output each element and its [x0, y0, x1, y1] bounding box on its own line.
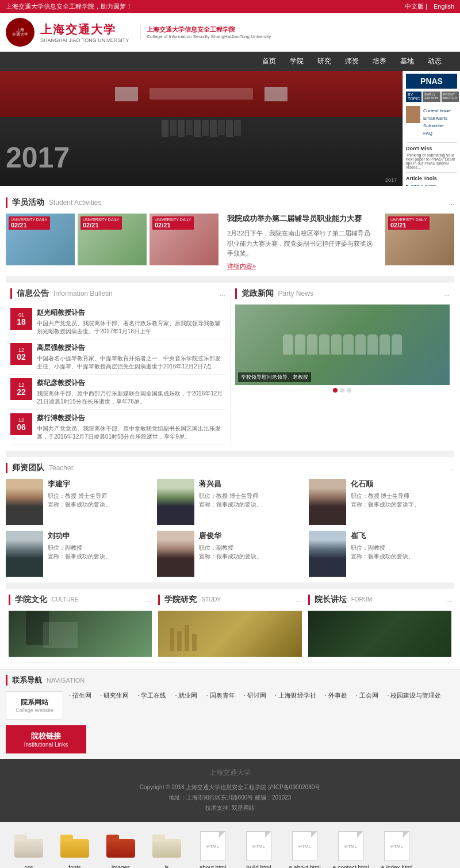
teacher-name-5[interactable]: 唐俊华 [199, 531, 302, 541]
pnas-subscribe[interactable]: Subscribe [423, 122, 457, 130]
student-activities-section: 学员活动 Student Activities ... UNIVERSITY D… [6, 192, 454, 277]
nav-item-teachers[interactable]: 师资 [338, 52, 366, 71]
teacher-photo-5 [157, 531, 194, 577]
teacher-name-2[interactable]: 蒋兴昌 [199, 479, 302, 489]
site-header: 上海交通大学 上海交通大学 SHANGHAI JIAO TONG UNIVERS… [0, 13, 460, 52]
party-group-photo[interactable]: 学校领导慰问老领导、老教授 [235, 304, 450, 385]
party-news-more[interactable]: ... [444, 290, 450, 297]
nav-item-research[interactable]: 研究 [310, 52, 338, 71]
teacher-name-4[interactable]: 刘功申 [48, 531, 151, 541]
forum-image[interactable] [308, 611, 451, 657]
teacher-card-1: 李建宇 职位：教授 博士生导师 宣称：很事成功的要诀。 [6, 479, 151, 525]
activity-img-2[interactable]: UNIVERSITY DAILY 02/21 [78, 214, 147, 265]
pnas-tab-early[interactable]: EARLY EDITION [423, 92, 440, 102]
nav-item-training[interactable]: 培养 [366, 52, 393, 71]
lang-en[interactable]: English [434, 3, 454, 10]
file-e-index[interactable]: HTML e-index.html [377, 831, 417, 868]
nav-link-grad[interactable]: · 研究生网 [100, 691, 129, 700]
nav-item-home[interactable]: 首页 [255, 52, 283, 71]
news-date-2: 12 02 [10, 343, 32, 365]
site-footer: 上海交通大学 Copyright © 2018 上海交通大学信息安全工程学院 沪… [0, 759, 460, 822]
nav-link-foreign[interactable]: · 外事处 [325, 691, 347, 700]
nav-item-base[interactable]: 基地 [393, 52, 421, 71]
folder-images[interactable]: images [101, 831, 141, 868]
info-bulletin-more[interactable]: ... [220, 290, 225, 297]
student-activities-header: 学员活动 Student Activities ... [6, 197, 454, 208]
lang-switcher[interactable]: 中文版 | English [400, 2, 454, 11]
pnas-faq[interactable]: FAQ [423, 130, 457, 137]
pnas-tabs: BY TOPIC EARLY EDITION FRONT MATTER [406, 92, 457, 102]
divider-2 [6, 451, 454, 457]
study-more[interactable]: ... [296, 596, 301, 603]
party-news-header: 党政新闻 Party News ... [235, 288, 450, 299]
culture-header: 学院文化 CULTURE ... [9, 595, 152, 605]
info-two-col: 信息公告 Information Bulletin ... 01 18 赵光昭教… [6, 283, 454, 451]
teacher-grid: 李建宇 职位：教授 博士生导师 宣称：很事成功的要诀。 蒋兴昌 职位：教授 博士… [6, 479, 454, 577]
nav-link-finance[interactable]: · 上海财经学社 [275, 691, 316, 700]
university-name: 上海交通大学 SHANGHAI JIAO TONG UNIVERSITY [40, 22, 129, 43]
pnas-current-issue[interactable]: Current Issue [423, 107, 457, 115]
nav-link-student[interactable]: · 学工在线 [137, 691, 166, 700]
activity-img-1[interactable]: UNIVERSITY DAILY 02/21 [6, 214, 75, 265]
forum-header: 院长讲坛 FORUM ... [308, 595, 451, 605]
pnas-tab-front[interactable]: FRONT MATTER [442, 92, 459, 102]
teacher-card-3: 化石顺 职位：教授 博士生导师 宣称：很事成功的要诀字。 [309, 479, 454, 525]
nav-item-college[interactable]: 学院 [283, 52, 310, 71]
file-e-contact[interactable]: HTML e-contact.html [331, 831, 371, 868]
teachers-more[interactable]: ... [449, 465, 454, 471]
forum-more[interactable]: ... [446, 596, 451, 603]
party-dot-2[interactable] [340, 388, 344, 393]
university-name-cn: 上海交通大学 [40, 22, 129, 37]
file-build[interactable]: HTML build.html [239, 831, 279, 868]
teacher-name-6[interactable]: 崔飞 [351, 531, 454, 541]
main-activity-more-link[interactable]: 详细内容» [227, 262, 377, 271]
teacher-desc-5: 宣称：很事成功的要诀。 [199, 552, 302, 561]
study-en: STUDY [201, 596, 221, 603]
teacher-info-4: 刘功申 职位：副教授 宣称：很事成功的要诀。 [48, 531, 151, 561]
news-title-2[interactable]: 高层强教授讣告 [37, 343, 225, 353]
folder-fonts[interactable]: fonts [55, 831, 95, 868]
pnas-tab-by-topic[interactable]: BY TOPIC [406, 92, 421, 102]
culture-image[interactable] [9, 611, 152, 657]
nav-link-jobs[interactable]: · 就业网 [175, 691, 197, 700]
teacher-info-1: 李建宇 职位：教授 博士生导师 宣称：很事成功的要诀。 [48, 479, 151, 509]
pnas-article-alerts[interactable]: ▶ Article Alerts [406, 183, 457, 186]
nav-links-container: · 招生网 · 研究生网 · 学工在线 · 就业网 · 国奥青年 · 研讨网 ·… [69, 691, 454, 700]
nav-item-news[interactable]: 动态 [421, 52, 448, 71]
file-e-about-icon: HTML [290, 831, 319, 862]
nav-link-recruit[interactable]: · 招生网 [69, 691, 91, 700]
file-e-about[interactable]: HTML e-about.html [285, 831, 325, 868]
main-activity-desc: 2月22日下午，我院在南山校区举行了第二届辅导员职业能力大赛决赛，院党委副书记担… [227, 229, 377, 259]
top-bar-slogan: 上海交通大学信息安全工程学院，助力圆梦！ [6, 2, 132, 11]
folder-images-icon [106, 831, 135, 862]
teacher-name-3[interactable]: 化石顺 [351, 479, 454, 489]
study-image[interactable] [158, 611, 301, 657]
teacher-card-4: 刘功申 职位：副教授 宣称：很事成功的要诀。 [6, 531, 151, 577]
info-bulletin-col: 信息公告 Information Bulletin ... 01 18 赵光昭教… [6, 288, 231, 445]
teacher-photo-3 [309, 479, 346, 525]
pnas-email-alerts[interactable]: Email Alerts [423, 115, 457, 122]
party-dot-3[interactable] [347, 388, 351, 393]
nav-link-campus[interactable]: · 校园建设与管理处 [387, 691, 441, 700]
news-title-3[interactable]: 蔡纪彦教授讣告 [37, 378, 225, 388]
nav-link-research-net[interactable]: · 研讨网 [244, 691, 266, 700]
teacher-name-1[interactable]: 李建宇 [48, 479, 151, 489]
student-activities-cn: 学员活动 [12, 197, 44, 208]
institutional-link-btn[interactable]: 院校链接 Institutional Links [6, 725, 86, 753]
file-about[interactable]: HTML about.html [193, 831, 233, 868]
lang-cn[interactable]: 中文版 [405, 3, 424, 10]
nav-link-union[interactable]: · 工会网 [356, 691, 378, 700]
student-activities-more[interactable]: ... [449, 199, 454, 206]
teacher-info-3: 化石顺 职位：教授 博士生导师 宣称：很事成功的要诀字。 [351, 479, 454, 509]
folder-css[interactable]: css [9, 831, 49, 868]
news-title-4[interactable]: 蔡行溥教授讣告 [37, 413, 225, 423]
activity-img-4[interactable]: UNIVERSITY DAILY 02/21 [385, 214, 454, 265]
culture-more[interactable]: ... [147, 596, 152, 603]
activity-img-3[interactable]: UNIVERSITY DAILY 02/21 [150, 214, 218, 265]
news-date-4: 12 06 [10, 413, 32, 435]
folder-js[interactable]: js [147, 831, 187, 868]
nav-link-youth[interactable]: · 国奥青年 [206, 691, 235, 700]
teacher-position-2: 职位：教授 博士生导师 [199, 492, 302, 500]
news-title-1[interactable]: 赵光昭教授讣告 [37, 308, 225, 318]
party-dot-1[interactable] [333, 388, 338, 393]
